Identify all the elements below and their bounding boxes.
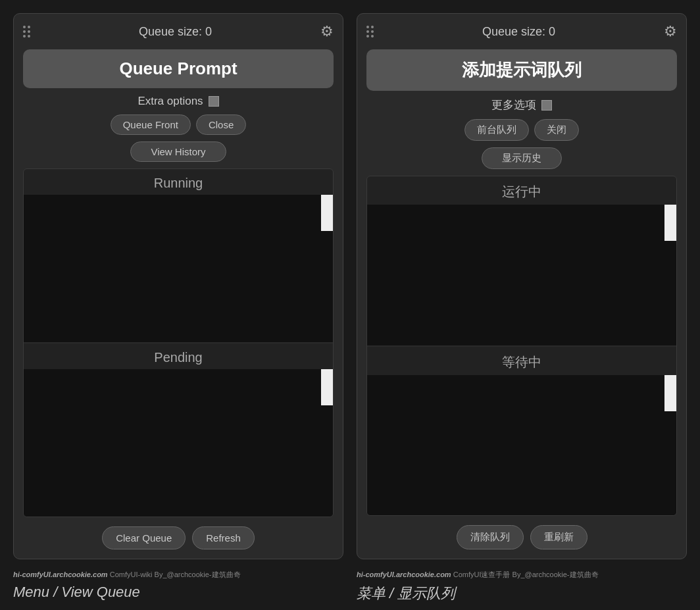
left-queue-front-button[interactable]: Queue Front [111,114,191,135]
right-queue-prompt-button[interactable]: 添加提示词队列 [366,49,677,91]
left-gear-icon[interactable]: ⚙ [320,23,334,40]
right-extra-options-checkbox[interactable] [541,100,552,111]
left-queue-prompt-button[interactable]: Queue Prompt [23,49,334,88]
footer-left-site: hi-comfyUI.archcookie.com ComfyUI-wiki B… [13,570,343,580]
right-panel: Queue size: 0 ⚙ 添加提示词队列 更多选项 前台队列 关闭 显示历… [357,13,687,559]
left-pending-label: Pending [24,343,333,369]
left-queue-section: Running Pending [23,168,334,517]
left-close-button[interactable]: Close [196,114,246,135]
left-bottom-buttons: Clear Queue Refresh [23,524,334,549]
drag-handle-right[interactable] [366,26,374,38]
left-running-content [24,195,333,342]
left-clear-queue-button[interactable]: Clear Queue [102,526,186,549]
right-queue-front-button[interactable]: 前台队列 [464,119,529,141]
left-running-label: Running [24,169,333,195]
right-pending-label: 等待中 [367,347,676,375]
right-extra-options-row: 更多选项 [366,97,677,113]
left-extra-options-label: Extra options [138,95,203,108]
footer-right: hi-comfyUI.archcookie.com ComfyUI速查手册 By… [357,570,687,603]
left-panel-header: Queue size: 0 ⚙ [23,23,334,40]
right-queue-size-label: Queue size: 0 [482,25,555,39]
footer-right-site: hi-comfyUI.archcookie.com ComfyUI速查手册 By… [357,570,687,580]
right-extra-options-label: 更多选项 [491,97,536,113]
right-panel-header: Queue size: 0 ⚙ [366,23,677,40]
footer-left: hi-comfyUI.archcookie.com ComfyUI-wiki B… [13,570,343,603]
right-gear-icon[interactable]: ⚙ [664,23,677,40]
right-pending-content [367,375,676,516]
left-extra-options-checkbox[interactable] [209,96,219,107]
left-action-buttons: Queue Front Close [23,114,334,135]
right-running-scrollbar[interactable] [664,205,676,241]
right-running-label: 运行中 [367,176,676,205]
footer-left-title: Menu / View Queue [13,584,343,601]
left-view-history-button[interactable]: View History [130,141,226,162]
left-pending-content [24,369,333,517]
left-queue-size-label: Queue size: 0 [139,25,212,39]
right-queue-section: 运行中 等待中 [366,176,677,516]
drag-handle-left[interactable] [23,26,30,38]
right-close-button[interactable]: 关闭 [534,119,579,141]
right-action-buttons: 前台队列 关闭 [366,119,677,141]
left-extra-options-row: Extra options [23,95,334,108]
footer: hi-comfyUI.archcookie.com ComfyUI-wiki B… [0,566,700,610]
left-running-scrollbar[interactable] [321,195,333,231]
left-refresh-button[interactable]: Refresh [192,526,255,549]
right-refresh-button[interactable]: 重刷新 [530,525,588,549]
left-panel: Queue size: 0 ⚙ Queue Prompt Extra optio… [13,13,343,559]
left-pending-scrollbar[interactable] [321,369,333,405]
footer-right-title: 菜单 / 显示队列 [357,584,687,603]
right-clear-queue-button[interactable]: 清除队列 [457,525,524,549]
right-pending-scrollbar[interactable] [664,375,676,411]
right-bottom-buttons: 清除队列 重刷新 [366,522,677,549]
right-running-content [367,205,676,345]
right-view-history-button[interactable]: 显示历史 [482,147,562,169]
